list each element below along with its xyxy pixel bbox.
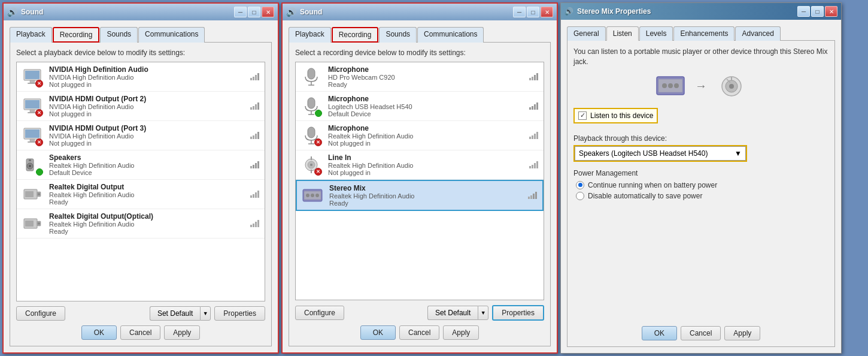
device-driver-linein: Realtek High Definition Audio [328, 162, 524, 169]
list-item[interactable]: Realtek Digital Output Realtek High Defi… [17, 180, 265, 209]
tab-sounds-2[interactable]: Sounds [379, 27, 417, 43]
set-default-btn-1[interactable]: Set Default [150, 306, 200, 321]
device-visual: → [573, 74, 828, 98]
tab-communications-2[interactable]: Communications [417, 27, 484, 43]
device-info-5: Realtek Digital Output Realtek High Defi… [49, 183, 245, 206]
tabs-3: General Listen Levels Enhancements Advan… [567, 26, 835, 40]
tab-levels-3[interactable]: Levels [639, 26, 673, 41]
device-icon-monitor-1: ✕ [20, 65, 44, 89]
device-list-1[interactable]: ✕ NVIDIA High Definition Audio NVIDIA Hi… [16, 62, 265, 301]
device-name-1: NVIDIA High Definition Audio [49, 65, 245, 74]
configure-btn-1[interactable]: Configure [16, 306, 65, 321]
list-item[interactable]: ✕ Line In Realtek High Definition Audio … [296, 150, 544, 180]
listen-checkbox-row[interactable]: Listen to this device [573, 108, 658, 123]
description-2: Select a recording device below to modif… [295, 49, 544, 57]
list-item[interactable]: ✕ NVIDIA High Definition Audio NVIDIA Hi… [17, 62, 265, 92]
status-dot-green-mic-2 [315, 110, 322, 117]
stereo-mix-item[interactable]: Stereo Mix Realtek High Definition Audio… [296, 180, 544, 211]
tab-communications-1[interactable]: Communications [138, 27, 205, 43]
maximize-btn-3[interactable]: □ [811, 6, 824, 17]
properties-btn-1[interactable]: Properties [214, 306, 265, 321]
list-item[interactable]: Realtek Digital Output(Optical) Realtek … [17, 209, 265, 239]
svg-rect-3 [25, 71, 40, 79]
list-item[interactable]: ✕ NVIDIA HDMI Output (Port 3) NVIDIA Hig… [17, 121, 265, 150]
device-status-4: Default Device [49, 169, 245, 176]
vol-bars-stereo [528, 192, 539, 199]
listen-checkbox[interactable] [578, 111, 587, 120]
vol-bars-mic-1 [529, 73, 540, 80]
tab-content-1: Select a playback device below to modify… [10, 42, 272, 346]
device-status-3: Not plugged in [49, 140, 245, 147]
close-btn-1[interactable]: ✕ [262, 7, 274, 17]
window2-content: Playback Recording Sounds Communications… [283, 20, 557, 352]
list-item[interactable]: Speakers Realtek High Definition Audio D… [17, 150, 265, 180]
list-item[interactable]: Microphone HD Pro Webcam C920 Ready [296, 62, 544, 92]
configure-btn-2[interactable]: Configure [295, 306, 344, 320]
set-default-split-2: Set Default ▼ [427, 306, 488, 320]
ok-btn-3[interactable]: OK [642, 326, 677, 340]
device-icon-mic-1 [299, 65, 323, 89]
device-driver-1: NVIDIA High Definition Audio [49, 74, 245, 81]
svg-rect-1 [30, 80, 35, 83]
device-info-stereo: Stereo Mix Realtek High Definition Audio… [329, 184, 523, 207]
power-radio-2[interactable] [576, 192, 584, 200]
set-default-arrow-2[interactable]: ▼ [478, 306, 488, 320]
tab-enhancements-3[interactable]: Enhancements [673, 26, 735, 41]
cancel-btn-3[interactable]: Cancel [681, 326, 721, 340]
vol-bars-5 [250, 191, 261, 198]
tab-listen-3[interactable]: Listen [606, 26, 639, 41]
status-dot-red-2: ✕ [35, 109, 43, 117]
close-btn-3[interactable]: ✕ [825, 6, 837, 17]
device-driver-mic-1: HD Pro Webcam C920 [328, 74, 524, 81]
cancel-btn-1[interactable]: Cancel [120, 325, 160, 340]
ok-btn-2[interactable]: OK [360, 325, 396, 340]
close-btn-2[interactable]: ✕ [541, 7, 553, 17]
power-option-2: Disable automatically to save power [588, 192, 702, 200]
ok-btn-1[interactable]: OK [81, 325, 117, 340]
maximize-btn-1[interactable]: □ [248, 7, 260, 17]
device-status-stereo: Ready [329, 200, 523, 207]
window-title-2: Sound [300, 8, 509, 16]
device-status-2: Not plugged in [49, 110, 245, 117]
minimize-btn-3[interactable]: ─ [797, 6, 810, 17]
cancel-btn-2[interactable]: Cancel [399, 325, 439, 340]
svg-rect-5 [30, 110, 35, 112]
apply-btn-1[interactable]: Apply [164, 325, 200, 340]
tab-general-3[interactable]: General [567, 26, 606, 41]
power-option-1: Continue running when on battery power [588, 181, 717, 189]
apply-btn-3[interactable]: Apply [724, 326, 760, 340]
minimize-btn-2[interactable]: ─ [513, 7, 526, 17]
playback-through-label: Playback through this device: [573, 134, 828, 143]
svg-point-50 [729, 84, 734, 89]
device-info-6: Realtek Digital Output(Optical) Realtek … [49, 212, 245, 235]
tab-recording-2[interactable]: Recording [332, 27, 379, 43]
set-default-arrow-1[interactable]: ▼ [200, 306, 211, 321]
tab-advanced-3[interactable]: Advanced [735, 26, 780, 41]
maximize-btn-2[interactable]: □ [527, 7, 539, 17]
tab-recording-1[interactable]: Recording [53, 27, 100, 43]
apply-btn-2[interactable]: Apply [443, 325, 479, 340]
vol-bars-6 [250, 220, 261, 227]
device-list-2[interactable]: Microphone HD Pro Webcam C920 Ready [295, 62, 544, 300]
playback-dropdown[interactable]: Speakers (Logitech USB Headset H540) ▼ [575, 146, 746, 161]
device-icon-digital-1 [20, 182, 44, 206]
properties-btn-2[interactable]: Properties [492, 305, 544, 321]
power-radio-1[interactable] [576, 181, 584, 189]
description-1: Select a playback device below to modify… [16, 49, 265, 57]
svg-point-46 [668, 83, 673, 88]
svg-rect-9 [30, 139, 35, 141]
tab-content-2: Select a recording device below to modif… [289, 42, 551, 346]
tab-playback-2[interactable]: Playback [289, 27, 331, 43]
set-default-btn-2[interactable]: Set Default [427, 306, 478, 320]
device-status-6: Ready [49, 228, 245, 235]
tab-playback-1[interactable]: Playback [10, 27, 52, 43]
tab-sounds-1[interactable]: Sounds [100, 27, 138, 43]
list-item[interactable]: ✕ Microphone Realtek High Definition Aud… [296, 121, 544, 150]
target-device-icon [717, 74, 746, 98]
minimize-btn-1[interactable]: ─ [234, 7, 247, 17]
source-device-icon [655, 74, 685, 98]
svg-point-14 [29, 165, 31, 167]
device-info-mic-3: Microphone Realtek High Definition Audio… [328, 124, 524, 147]
list-item[interactable]: ✕ NVIDIA HDMI Output (Port 2) NVIDIA Hig… [17, 92, 265, 121]
list-item[interactable]: Microphone Logitech USB Headset H540 Def… [296, 92, 544, 121]
